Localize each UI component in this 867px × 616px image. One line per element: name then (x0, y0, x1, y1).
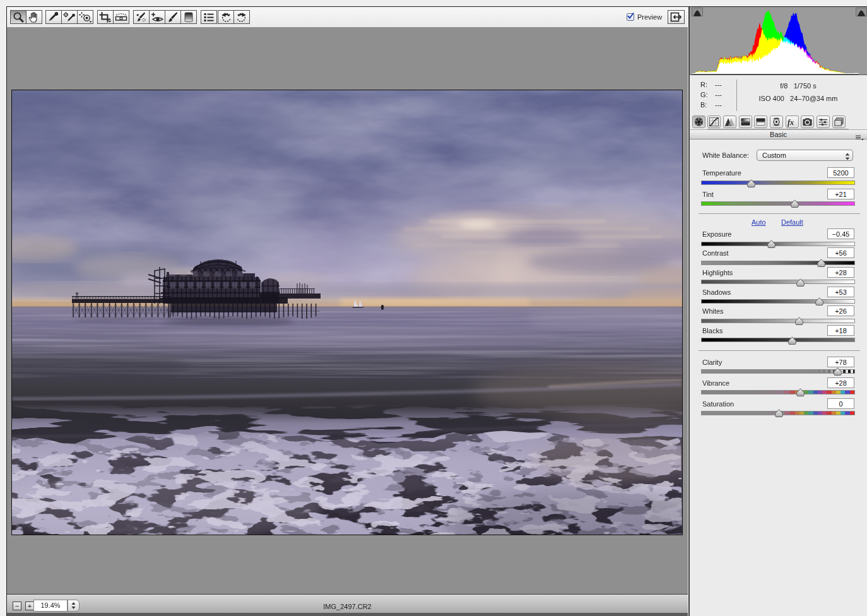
svg-text:fx: fx (787, 118, 794, 127)
